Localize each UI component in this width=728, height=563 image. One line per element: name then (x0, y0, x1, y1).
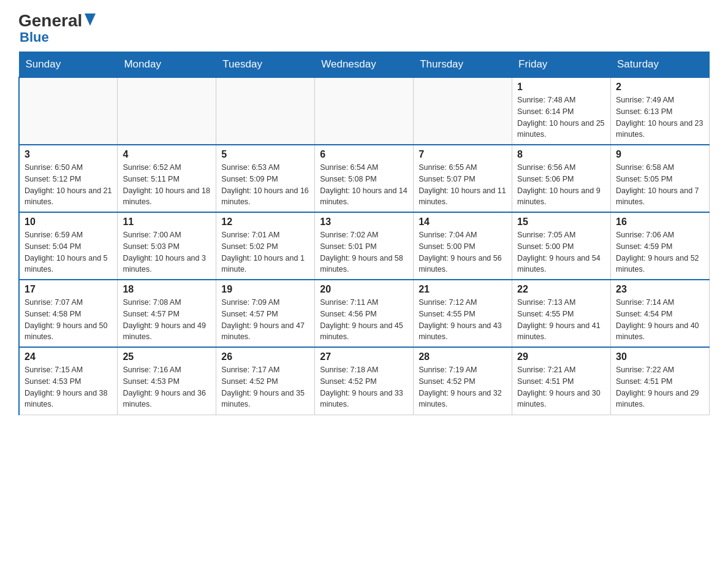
day-info: Sunrise: 6:56 AM Sunset: 5:06 PM Dayligh… (517, 162, 605, 208)
calendar-cell: 29Sunrise: 7:21 AM Sunset: 4:51 PM Dayli… (512, 347, 611, 415)
calendar-cell: 27Sunrise: 7:18 AM Sunset: 4:52 PM Dayli… (315, 347, 414, 415)
calendar-cell: 25Sunrise: 7:16 AM Sunset: 4:53 PM Dayli… (118, 347, 216, 415)
calendar-cell: 3Sunrise: 6:50 AM Sunset: 5:12 PM Daylig… (19, 145, 118, 212)
calendar-cell (414, 77, 512, 145)
calendar-cell: 19Sunrise: 7:09 AM Sunset: 4:57 PM Dayli… (216, 280, 315, 347)
calendar-cell (315, 77, 414, 145)
day-number: 4 (123, 149, 211, 160)
day-info: Sunrise: 7:16 AM Sunset: 4:53 PM Dayligh… (123, 364, 211, 410)
day-number: 1 (517, 82, 605, 93)
day-number: 26 (221, 351, 309, 362)
day-number: 22 (517, 284, 605, 295)
day-info: Sunrise: 7:07 AM Sunset: 4:58 PM Dayligh… (25, 297, 112, 343)
day-number: 8 (517, 149, 605, 160)
day-number: 13 (320, 216, 408, 228)
day-info: Sunrise: 7:00 AM Sunset: 5:03 PM Dayligh… (123, 229, 211, 275)
calendar-header-row: SundayMondayTuesdayWednesdayThursdayFrid… (19, 52, 710, 78)
day-info: Sunrise: 7:04 AM Sunset: 5:00 PM Dayligh… (419, 229, 507, 275)
calendar-cell: 16Sunrise: 7:06 AM Sunset: 4:59 PM Dayli… (611, 212, 710, 280)
calendar-cell: 14Sunrise: 7:04 AM Sunset: 5:00 PM Dayli… (414, 212, 512, 280)
day-number: 3 (25, 149, 112, 160)
week-row-5: 24Sunrise: 7:15 AM Sunset: 4:53 PM Dayli… (19, 347, 710, 415)
calendar-cell: 2Sunrise: 7:49 AM Sunset: 6:13 PM Daylig… (611, 77, 710, 145)
day-number: 14 (419, 216, 507, 228)
calendar-cell: 21Sunrise: 7:12 AM Sunset: 4:55 PM Dayli… (414, 280, 512, 347)
calendar-cell (19, 77, 118, 145)
day-info: Sunrise: 7:14 AM Sunset: 4:54 PM Dayligh… (616, 297, 704, 343)
day-number: 6 (320, 149, 408, 160)
logo-blue-label: Blue (20, 29, 49, 45)
day-info: Sunrise: 7:09 AM Sunset: 4:57 PM Dayligh… (221, 297, 309, 343)
logo-general-text: General (18, 12, 82, 29)
calendar-cell: 5Sunrise: 6:53 AM Sunset: 5:09 PM Daylig… (216, 145, 315, 212)
day-number: 16 (616, 216, 704, 228)
calendar-cell: 30Sunrise: 7:22 AM Sunset: 4:51 PM Dayli… (611, 347, 710, 415)
day-number: 25 (123, 351, 211, 362)
day-info: Sunrise: 7:21 AM Sunset: 4:51 PM Dayligh… (517, 364, 605, 410)
day-number: 30 (616, 351, 704, 362)
calendar-cell: 10Sunrise: 6:59 AM Sunset: 5:04 PM Dayli… (19, 212, 118, 280)
calendar-cell: 12Sunrise: 7:01 AM Sunset: 5:02 PM Dayli… (216, 212, 315, 280)
day-info: Sunrise: 7:13 AM Sunset: 4:55 PM Dayligh… (517, 297, 605, 343)
calendar-cell: 22Sunrise: 7:13 AM Sunset: 4:55 PM Dayli… (512, 280, 611, 347)
day-number: 9 (616, 149, 704, 160)
day-info: Sunrise: 6:58 AM Sunset: 5:05 PM Dayligh… (616, 162, 704, 208)
day-number: 23 (616, 284, 704, 295)
calendar-cell: 13Sunrise: 7:02 AM Sunset: 5:01 PM Dayli… (315, 212, 414, 280)
day-number: 10 (25, 216, 112, 228)
calendar-cell: 24Sunrise: 7:15 AM Sunset: 4:53 PM Dayli… (19, 347, 118, 415)
calendar-header-tuesday: Tuesday (216, 52, 315, 78)
calendar-cell: 6Sunrise: 6:54 AM Sunset: 5:08 PM Daylig… (315, 145, 414, 212)
calendar-cell: 18Sunrise: 7:08 AM Sunset: 4:57 PM Dayli… (118, 280, 216, 347)
day-info: Sunrise: 7:19 AM Sunset: 4:52 PM Dayligh… (419, 364, 507, 410)
day-info: Sunrise: 7:02 AM Sunset: 5:01 PM Dayligh… (320, 229, 408, 275)
day-info: Sunrise: 6:54 AM Sunset: 5:08 PM Dayligh… (320, 162, 408, 208)
day-info: Sunrise: 7:01 AM Sunset: 5:02 PM Dayligh… (221, 229, 309, 275)
calendar-cell: 20Sunrise: 7:11 AM Sunset: 4:56 PM Dayli… (315, 280, 414, 347)
day-number: 21 (419, 284, 507, 295)
day-number: 7 (419, 149, 507, 160)
day-number: 2 (616, 82, 704, 93)
header: General Blue (18, 12, 710, 45)
week-row-4: 17Sunrise: 7:07 AM Sunset: 4:58 PM Dayli… (19, 280, 710, 347)
calendar-cell: 11Sunrise: 7:00 AM Sunset: 5:03 PM Dayli… (118, 212, 216, 280)
calendar-cell: 4Sunrise: 6:52 AM Sunset: 5:11 PM Daylig… (118, 145, 216, 212)
day-number: 24 (25, 351, 112, 362)
logo: General Blue (18, 12, 96, 45)
day-number: 29 (517, 351, 605, 362)
calendar-cell: 23Sunrise: 7:14 AM Sunset: 4:54 PM Dayli… (611, 280, 710, 347)
day-number: 17 (25, 284, 112, 295)
calendar-header-thursday: Thursday (414, 52, 512, 78)
calendar-cell: 28Sunrise: 7:19 AM Sunset: 4:52 PM Dayli… (414, 347, 512, 415)
calendar-cell: 17Sunrise: 7:07 AM Sunset: 4:58 PM Dayli… (19, 280, 118, 347)
day-info: Sunrise: 7:48 AM Sunset: 6:14 PM Dayligh… (517, 94, 605, 140)
calendar-cell: 7Sunrise: 6:55 AM Sunset: 5:07 PM Daylig… (414, 145, 512, 212)
calendar-table: SundayMondayTuesdayWednesdayThursdayFrid… (18, 52, 710, 415)
day-info: Sunrise: 7:49 AM Sunset: 6:13 PM Dayligh… (616, 94, 704, 140)
day-info: Sunrise: 7:05 AM Sunset: 5:00 PM Dayligh… (517, 229, 605, 275)
day-info: Sunrise: 7:15 AM Sunset: 4:53 PM Dayligh… (25, 364, 112, 410)
day-info: Sunrise: 7:06 AM Sunset: 4:59 PM Dayligh… (616, 229, 704, 275)
day-number: 15 (517, 216, 605, 228)
day-number: 28 (419, 351, 507, 362)
week-row-2: 3Sunrise: 6:50 AM Sunset: 5:12 PM Daylig… (19, 145, 710, 212)
calendar-cell: 1Sunrise: 7:48 AM Sunset: 6:14 PM Daylig… (512, 77, 611, 145)
calendar-cell: 8Sunrise: 6:56 AM Sunset: 5:06 PM Daylig… (512, 145, 611, 212)
calendar-header-monday: Monday (118, 52, 216, 78)
calendar-cell (216, 77, 315, 145)
calendar-header-saturday: Saturday (611, 52, 710, 78)
calendar-header-wednesday: Wednesday (315, 52, 414, 78)
day-number: 5 (221, 149, 309, 160)
day-number: 19 (221, 284, 309, 295)
day-number: 27 (320, 351, 408, 362)
day-info: Sunrise: 7:08 AM Sunset: 4:57 PM Dayligh… (123, 297, 211, 343)
calendar-cell: 15Sunrise: 7:05 AM Sunset: 5:00 PM Dayli… (512, 212, 611, 280)
day-info: Sunrise: 6:52 AM Sunset: 5:11 PM Dayligh… (123, 162, 211, 208)
day-info: Sunrise: 7:11 AM Sunset: 4:56 PM Dayligh… (320, 297, 408, 343)
day-info: Sunrise: 6:50 AM Sunset: 5:12 PM Dayligh… (25, 162, 112, 208)
calendar-header-sunday: Sunday (19, 52, 118, 78)
calendar-cell: 26Sunrise: 7:17 AM Sunset: 4:52 PM Dayli… (216, 347, 315, 415)
day-info: Sunrise: 7:18 AM Sunset: 4:52 PM Dayligh… (320, 364, 408, 410)
day-info: Sunrise: 6:55 AM Sunset: 5:07 PM Dayligh… (419, 162, 507, 208)
day-number: 20 (320, 284, 408, 295)
